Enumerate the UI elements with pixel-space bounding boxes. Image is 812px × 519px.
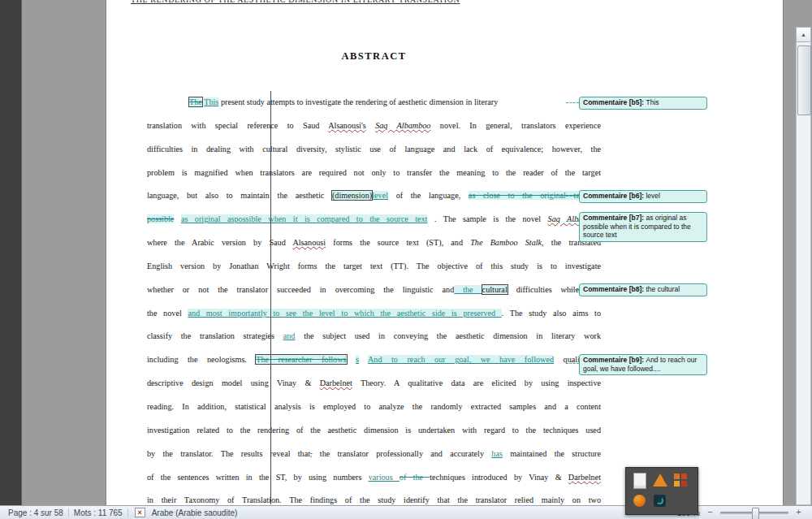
text-segment: reading. In addition, statistical analys… [147, 402, 601, 411]
comment-balloon-b5[interactable]: Commentaire [b5]: This [579, 97, 707, 110]
language-indicator[interactable]: Arabe (Arabie saoudite) [147, 508, 243, 517]
zoom-slider[interactable] [720, 512, 788, 514]
text-segment: including the neologisms. [147, 355, 256, 364]
text-segment: Alsanousi [292, 238, 326, 247]
comment-label: Commentaire [b8]: [583, 285, 646, 293]
text-segment: present study attempts to investigate th… [218, 97, 498, 106]
text-segment: of the sentences written in the ST, by u… [147, 473, 369, 482]
document-line: by the translator. The results reveal th… [147, 443, 601, 466]
text-segment: of the [400, 473, 430, 482]
text-segment: cultural [482, 285, 508, 294]
text-segment: descriptive design model using Vinay & [147, 378, 320, 387]
text-segment: The researcher follows [256, 355, 346, 364]
text-segment: . The study also aims to [502, 309, 601, 318]
text-segment: has [491, 449, 503, 458]
text-segment: and most importantly to see the level to… [188, 309, 501, 318]
document-lines[interactable]: The This present study attempts to inves… [147, 91, 601, 505]
triangle-icon[interactable] [653, 474, 667, 487]
comment-balloon-b7[interactable]: Commentaire [b7]: as original as possibl… [579, 212, 707, 242]
document-line: of the sentences written in the ST, by u… [147, 466, 601, 490]
document-line: language, but also to maintain the aesth… [147, 184, 601, 208]
text-segment: the [454, 285, 482, 294]
abstract-heading: ABSTRACT [147, 50, 601, 63]
text-segment: And to reach our goal, we have followed [368, 355, 554, 364]
text-segment: and [283, 331, 296, 340]
document-line: where the Arabic version by Saud Alsanou… [147, 231, 601, 255]
scroll-up-icon[interactable]: ▲ [796, 27, 811, 42]
vertical-scrollbar[interactable]: ▲ [796, 0, 812, 505]
zoom-out-button[interactable]: − [705, 508, 715, 518]
document-page[interactable]: THE RENDERING OF THE AESTHETIC DIMENSION… [106, 0, 784, 505]
circle-icon[interactable] [633, 495, 646, 507]
comment-connector [566, 289, 579, 291]
text-segment [359, 355, 368, 364]
scrollbar-track[interactable] [796, 42, 811, 505]
comment-connector [566, 221, 579, 223]
text-segment: as original aspossible when it is compar… [181, 214, 428, 223]
scrollbar-thumb[interactable] [797, 45, 811, 115]
text-segment: Theory. A qualitative data are elicited … [352, 378, 601, 387]
document-line: reading. In addition, statistical analys… [147, 396, 601, 419]
left-panel-edge [0, 0, 22, 505]
text-segment: translation with special reference to Sa… [147, 121, 328, 130]
text-segment: novel. In general, translators experienc… [430, 121, 601, 130]
document-header-title: THE RENDERING OF THE AESTHETIC DIMENSION… [131, 0, 460, 4]
text-segment: . The sample is the novel [427, 214, 547, 223]
comment-label: Commentaire [b7]: [583, 214, 646, 222]
status-separator [127, 508, 128, 517]
document-line: difficulties in dealing with cultural di… [147, 138, 601, 162]
document-line: investigation related to the rendering o… [147, 419, 601, 443]
grid-icon[interactable] [674, 474, 687, 487]
comment-connector [566, 196, 579, 197]
text-segment: maintained the structure [503, 449, 601, 458]
revision-change-bar [270, 91, 271, 504]
text-segment: language, but also to maintain the aesth… [147, 191, 332, 200]
text-segment: (dimension) [332, 191, 372, 200]
text-segment: investigation related to the rendering o… [147, 426, 601, 435]
text-segment [366, 121, 375, 130]
zoom-slider-thumb[interactable] [752, 508, 759, 519]
status-bar-left: Page : 4 sur 58 Mots : 11 765 × Arabe (A… [0, 508, 242, 517]
text-segment [347, 355, 356, 364]
document-icon[interactable] [633, 473, 646, 489]
text-segment: problem is magnified when translators ar… [147, 168, 601, 177]
comment-text: level [646, 192, 659, 200]
document-line: translation with special reference to Sa… [147, 115, 601, 138]
text-segment: difficulties in dealing with cultural di… [147, 145, 601, 154]
proofing-status-icon[interactable]: × [135, 508, 145, 517]
word-window: THE RENDERING OF THE AESTHETIC DIMENSION… [0, 0, 812, 519]
document-line: English version by Jonathan Wright forms… [147, 255, 601, 279]
comment-balloon-b6[interactable]: Commentaire [b6]: level [579, 190, 707, 203]
text-segment: by the translator. The results reveal th… [147, 449, 310, 458]
text-segment: level [372, 191, 388, 200]
page-count-indicator[interactable]: Page : 4 sur 58 [3, 508, 68, 517]
comment-label: Commentaire [b9]: [583, 356, 646, 364]
text-segment: The [189, 97, 202, 106]
text-segment: various [369, 473, 400, 482]
document-line: including the neologisms. The researcher… [147, 348, 601, 372]
text-segment: Darbelnet [568, 473, 601, 482]
text-segment: classify the translation strategies [147, 331, 283, 340]
comment-label: Commentaire [b5]: [583, 98, 646, 106]
text-segment: the translator professionally and accura… [313, 449, 492, 458]
comment-balloon-b9[interactable]: Commentaire [b9]: And to reach our goal,… [579, 354, 707, 375]
comment-connector [566, 363, 579, 365]
text-segment: possible [147, 214, 174, 223]
text-segment: in their Taxonomy of Translation. The fi… [147, 495, 601, 504]
comment-text: the cultural [646, 285, 680, 293]
swoosh-icon[interactable] [654, 495, 666, 507]
text-segment [174, 214, 180, 223]
text-segment: techniques introduced by Vinay & [430, 473, 568, 482]
text-segment: English version by Jonathan Wright forms… [147, 262, 601, 270]
comment-connector [566, 102, 579, 104]
word-count-indicator[interactable]: Mots : 11 765 [69, 508, 127, 517]
text-segment: Alsanousi's [328, 121, 366, 130]
text-segment: The Bamboo Stalk, [470, 238, 543, 247]
document-line: possible as original aspossible when it … [147, 208, 601, 231]
zoom-in-button[interactable]: + [793, 508, 804, 518]
text-segment: forms the source text (ST), and [326, 238, 470, 247]
comment-balloon-b8[interactable]: Commentaire [b8]: the cultural [579, 283, 707, 296]
document-line: classify the translation strategies and … [147, 325, 601, 348]
document-line: the novel and most importantly to see th… [147, 302, 601, 326]
text-segment: Saq Albamboo [375, 121, 430, 130]
